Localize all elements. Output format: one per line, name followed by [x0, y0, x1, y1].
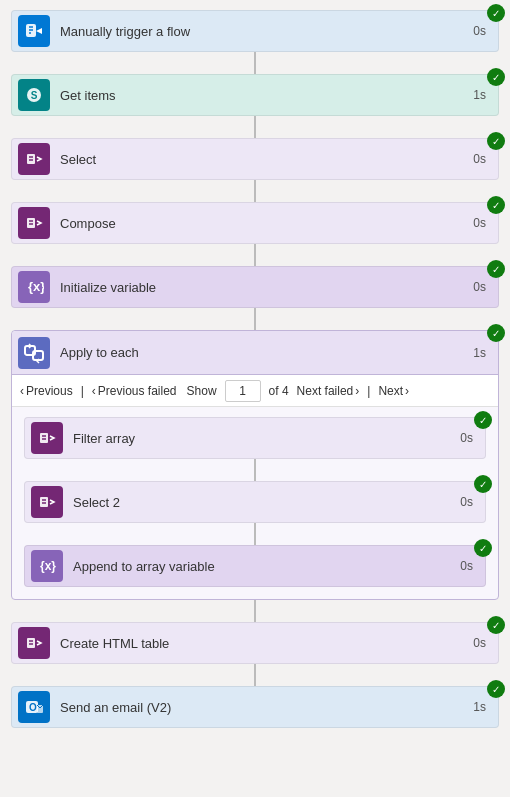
success-badge: ✓	[487, 260, 505, 278]
success-badge: ✓	[487, 324, 505, 342]
step-duration: 1s	[473, 700, 486, 714]
step-label: Send an email (V2)	[60, 700, 473, 715]
compose-icon	[18, 207, 50, 239]
step-label: Get items	[60, 88, 473, 103]
separator: |	[367, 384, 370, 398]
prev-failed-button[interactable]: Previous failed	[92, 384, 177, 398]
success-badge: ✓	[487, 4, 505, 22]
apply-each-inner: Filter array 0s ✓	[12, 407, 498, 599]
pagination-bar: Previous | Previous failed Show of 4 Nex…	[12, 375, 498, 407]
step-label: Select	[60, 152, 473, 167]
next-label: Next	[378, 384, 403, 398]
step-select2: Select 2 0s ✓	[24, 481, 486, 545]
prev-failed-label: Previous failed	[98, 384, 177, 398]
svg-rect-7	[27, 154, 35, 164]
step-init-variable: {x} Initialize variable 0s ✓	[10, 266, 500, 330]
step-duration: 0s	[473, 152, 486, 166]
connector	[254, 308, 256, 330]
step-card[interactable]: Select 0s ✓	[11, 138, 499, 180]
step-label: Append to array variable	[73, 559, 460, 574]
svg-text:{x}: {x}	[28, 279, 44, 294]
step-get-items: S Get items 1s ✓	[10, 74, 500, 138]
step-duration: 0s	[460, 431, 473, 445]
step-label: Compose	[60, 216, 473, 231]
svg-rect-19	[40, 497, 48, 507]
success-badge: ✓	[474, 411, 492, 429]
connector	[254, 116, 256, 138]
step-duration: 0s	[460, 495, 473, 509]
step-card[interactable]: Create HTML table 0s ✓	[11, 622, 499, 664]
chevron-right-icon	[405, 384, 409, 398]
step-card[interactable]: O Send an email (V2) 1s ✓	[11, 686, 499, 728]
page-input[interactable]	[225, 380, 261, 402]
step-compose: Compose 0s ✓	[10, 202, 500, 266]
html-table-icon	[18, 627, 50, 659]
step-card[interactable]: {x} Initialize variable 0s ✓	[11, 266, 499, 308]
step-duration: 0s	[473, 280, 486, 294]
connector	[254, 180, 256, 202]
apply-each-label: Apply to each	[60, 345, 473, 360]
next-failed-label: Next failed	[297, 384, 354, 398]
separator: |	[81, 384, 84, 398]
next-failed-button[interactable]: Next failed	[297, 384, 360, 398]
svg-text:{x}: {x}	[40, 559, 56, 573]
show-label: Show	[187, 384, 217, 398]
success-badge: ✓	[474, 475, 492, 493]
connector	[254, 523, 256, 545]
trigger-icon	[18, 15, 50, 47]
step-label: Manually trigger a flow	[60, 24, 473, 39]
connector	[254, 244, 256, 266]
next-button[interactable]: Next	[378, 384, 409, 398]
chevron-left-icon	[20, 384, 24, 398]
svg-text:S: S	[31, 90, 38, 101]
step-select: Select 0s ✓	[10, 138, 500, 202]
step-duration: 0s	[460, 559, 473, 573]
prev-button[interactable]: Previous	[20, 384, 73, 398]
success-badge: ✓	[487, 68, 505, 86]
step-card[interactable]: {x} Append to array variable 0s ✓	[24, 545, 486, 587]
success-badge: ✓	[487, 616, 505, 634]
step-apply-each: Apply to each 1s ✓ Previous | Previous f…	[10, 330, 500, 622]
step-create-html-table: Create HTML table 0s ✓	[10, 622, 500, 686]
step-duration: 0s	[473, 24, 486, 38]
step-label: Select 2	[73, 495, 460, 510]
step-duration: 0s	[473, 216, 486, 230]
apply-each-container: Apply to each 1s ✓ Previous | Previous f…	[11, 330, 499, 600]
apply-each-header[interactable]: Apply to each 1s ✓	[12, 331, 498, 375]
append-variable-icon: {x}	[31, 550, 63, 582]
connector	[254, 664, 256, 686]
step-card[interactable]: Filter array 0s ✓	[24, 417, 486, 459]
step-label: Initialize variable	[60, 280, 473, 295]
apply-each-duration: 1s	[473, 346, 486, 360]
success-badge: ✓	[474, 539, 492, 557]
chevron-right-icon	[355, 384, 359, 398]
variable-icon: {x}	[18, 271, 50, 303]
select-icon	[18, 143, 50, 175]
svg-text:O: O	[29, 702, 37, 713]
step-label: Filter array	[73, 431, 460, 446]
outlook-icon: O	[18, 691, 50, 723]
step-label: Create HTML table	[60, 636, 473, 651]
svg-marker-4	[36, 28, 42, 34]
chevron-left-icon	[92, 384, 96, 398]
step-filter-array: Filter array 0s ✓	[24, 417, 486, 481]
prev-label: Previous	[26, 384, 73, 398]
success-badge: ✓	[487, 196, 505, 214]
step-card[interactable]: Compose 0s ✓	[11, 202, 499, 244]
svg-rect-10	[27, 218, 35, 228]
filter-icon	[31, 422, 63, 454]
select2-icon	[31, 486, 63, 518]
success-badge: ✓	[487, 132, 505, 150]
step-card[interactable]: S Get items 1s ✓	[11, 74, 499, 116]
success-badge: ✓	[487, 680, 505, 698]
of-label: of 4	[269, 384, 289, 398]
step-card[interactable]: Select 2 0s ✓	[24, 481, 486, 523]
step-append-array: {x} Append to array variable 0s ✓	[24, 545, 486, 587]
step-duration: 0s	[473, 636, 486, 650]
connector	[254, 459, 256, 481]
sharepoint-icon: S	[18, 79, 50, 111]
svg-rect-16	[40, 433, 48, 443]
step-card[interactable]: Manually trigger a flow 0s ✓	[11, 10, 499, 52]
connector	[254, 52, 256, 74]
flow-container: Manually trigger a flow 0s ✓ S Get items…	[0, 0, 510, 738]
